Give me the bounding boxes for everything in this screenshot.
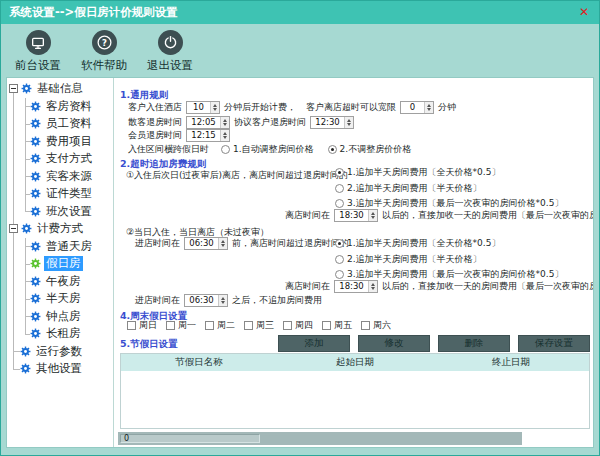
weekday-checkbox-4[interactable]: 周四 — [283, 319, 313, 332]
tree-item-basic-info[interactable]: 基础信息 — [7, 80, 113, 98]
tree-item-room-data[interactable]: 客房资料 — [7, 98, 113, 116]
case2-checkin-after-time-input[interactable]: 06:30 — [184, 294, 228, 307]
weekday-checkbox-1[interactable]: 周一 — [166, 319, 196, 332]
tree-item-label: 午夜房 — [44, 274, 83, 289]
tree-item-shift-settings[interactable]: 班次设置 — [7, 203, 113, 221]
tree-item-fee-items[interactable]: 费用项目 — [7, 133, 113, 151]
spinner-buttons-icon[interactable] — [210, 102, 219, 113]
radio-icon[interactable] — [335, 270, 344, 279]
save-settings-button[interactable]: 保存设置 — [518, 335, 590, 352]
radio-icon[interactable] — [335, 168, 344, 177]
tree-item-other-settings[interactable]: 其他设置 — [7, 360, 113, 378]
member-checkout-time-input[interactable]: 12:15 — [186, 129, 230, 142]
radio-icon[interactable] — [335, 184, 344, 193]
toolbar-label: 软件帮助 — [81, 58, 127, 73]
case1-late-suffix: 以后的，直接加收一天的房间费用〔最后一次夜审的房间价格〕 — [382, 209, 593, 222]
modify-button[interactable]: 修改 — [358, 335, 430, 352]
radio-icon[interactable] — [335, 199, 344, 208]
tree-item-hourly-room[interactable]: 钟点房 — [7, 308, 113, 326]
tree-item-label: 钟点房 — [44, 309, 83, 324]
toolbar-front-desk-settings[interactable]: 前台设置 — [9, 25, 67, 77]
checkbox-icon[interactable] — [205, 321, 214, 330]
spinner-buttons-icon[interactable] — [344, 117, 353, 128]
delete-button[interactable]: 删除 — [438, 335, 510, 352]
case1-intro-label: ①入住后次日(过夜审后)离店，离店时间超过退房时间的 — [126, 169, 348, 182]
tree-item-guest-sources[interactable]: 宾客来源 — [7, 168, 113, 186]
case2-checkin-before-time-input[interactable]: 06:30 — [184, 237, 228, 250]
expand-toggle-icon[interactable] — [9, 84, 18, 93]
spinner-buttons-icon[interactable] — [218, 238, 227, 249]
radio-icon[interactable] — [221, 145, 230, 154]
weekday-checkbox-row: 周日周一周二周三周四周五周六 — [127, 319, 391, 332]
spin-value: 18:30 — [335, 210, 368, 221]
weekday-label: 周四 — [295, 319, 313, 332]
close-button[interactable]: ✕ — [579, 1, 589, 24]
holiday-table-body[interactable] — [121, 371, 589, 428]
spin-value: 12:30 — [311, 117, 344, 128]
radio-label: 1.追加半天房间费用〔全天价格*0.5〕 — [347, 237, 500, 250]
holiday-table: 节假日名称起始日期终止日期 — [120, 353, 590, 429]
radio-icon[interactable] — [335, 255, 344, 264]
tree-item-billing-methods[interactable]: 计费方式 — [7, 220, 113, 238]
case1-late-checkout-time-input[interactable]: 18:30 — [334, 209, 378, 222]
titlebar: 系统设置-->假日房计价规则设置 ✕ — [1, 1, 599, 24]
radio-icon[interactable] — [335, 239, 344, 248]
gear-icon — [20, 363, 31, 374]
case1-option-1[interactable]: 1.追加半天房间费用〔全天价格*0.5〕 — [335, 165, 500, 181]
toolbar-label: 前台设置 — [15, 58, 61, 73]
grace-minutes-input[interactable]: 0 — [400, 101, 434, 114]
checkbox-icon[interactable] — [166, 321, 175, 330]
gear-icon — [30, 118, 41, 129]
checkin-minutes-input[interactable]: 10 — [186, 101, 220, 114]
spinner-buttons-icon[interactable] — [220, 130, 229, 141]
tree-item-long-rent-room[interactable]: 长租房 — [7, 325, 113, 343]
checkbox-icon[interactable] — [244, 321, 253, 330]
contract-checkout-time-input[interactable]: 12:30 — [310, 116, 354, 129]
weekday-checkbox-0[interactable]: 周日 — [127, 319, 157, 332]
gear-icon — [21, 83, 32, 94]
toolbar-software-help[interactable]: ?软件帮助 — [75, 25, 133, 77]
tree-item-normal-day-room[interactable]: 普通天房 — [7, 238, 113, 256]
case2-option-2[interactable]: 2.追加半天房间费用〔半天价格〕 — [335, 252, 482, 268]
tree-item-half-day-room[interactable]: 半天房 — [7, 290, 113, 308]
tree-item-staff-data[interactable]: 员工资料 — [7, 115, 113, 133]
table-status-bar: 0 — [118, 432, 522, 445]
checkbox-icon[interactable] — [361, 321, 370, 330]
case1-option-2[interactable]: 2.追加半天房间费用〔半天价格〕 — [335, 181, 482, 197]
spinner-buttons-icon[interactable] — [368, 281, 377, 292]
checkbox-icon[interactable] — [283, 321, 292, 330]
case2-late-suffix: 以后的，直接加收一天的房间费用〔最后一次夜审的房间价格〕 — [382, 280, 593, 293]
case2-late-checkout-time-input[interactable]: 18:30 — [334, 280, 378, 293]
spinner-buttons-icon[interactable] — [424, 102, 433, 113]
radio-icon[interactable] — [328, 145, 337, 154]
spinner-buttons-icon[interactable] — [220, 117, 229, 128]
toolbar-exit-settings[interactable]: 退出设置 — [141, 25, 199, 77]
case2-option-1[interactable]: 1.追加半天房间费用〔全天价格*0.5〕 — [335, 236, 500, 252]
case2-after-label: 进店时间在 — [135, 294, 180, 307]
checkbox-icon[interactable] — [127, 321, 136, 330]
gear-icon — [30, 328, 41, 339]
case1-late-row: 离店时间在 18:30 以后的，直接加收一天的房间费用〔最后一次夜审的房间价格〕 — [285, 209, 593, 222]
tree-item-payment-methods[interactable]: 支付方式 — [7, 150, 113, 168]
case2-before-label: 进店时间在 — [135, 237, 180, 250]
tree-item-holiday-room[interactable]: 假日房 — [7, 255, 113, 273]
weekday-checkbox-3[interactable]: 周三 — [244, 319, 274, 332]
cross-holiday-option-1[interactable]: 1.自动调整房间价格 — [221, 143, 314, 156]
expand-toggle-icon[interactable] — [9, 224, 18, 233]
tree-item-id-types[interactable]: 证件类型 — [7, 185, 113, 203]
spin-value: 12:05 — [187, 117, 220, 128]
toolbar: 前台设置?软件帮助退出设置 — [9, 25, 199, 77]
case1-intro-row: ①入住后次日(过夜审后)离店，离店时间超过退房时间的 — [126, 169, 352, 182]
tree-item-midnight-room[interactable]: 午夜房 — [7, 273, 113, 291]
weekday-checkbox-6[interactable]: 周六 — [361, 319, 391, 332]
cross-holiday-option-2[interactable]: 2.不调整房价价格 — [328, 143, 412, 156]
weekday-checkbox-5[interactable]: 周五 — [322, 319, 352, 332]
checkbox-icon[interactable] — [322, 321, 331, 330]
weekday-label: 周六 — [373, 319, 391, 332]
spinner-buttons-icon[interactable] — [368, 210, 377, 221]
weekday-checkbox-2[interactable]: 周二 — [205, 319, 235, 332]
spinner-buttons-icon[interactable] — [218, 295, 227, 306]
add-button[interactable]: 添加 — [278, 335, 350, 352]
tree-item-run-params[interactable]: 运行参数 — [7, 343, 113, 361]
walkin-checkout-time-input[interactable]: 12:05 — [186, 116, 230, 129]
